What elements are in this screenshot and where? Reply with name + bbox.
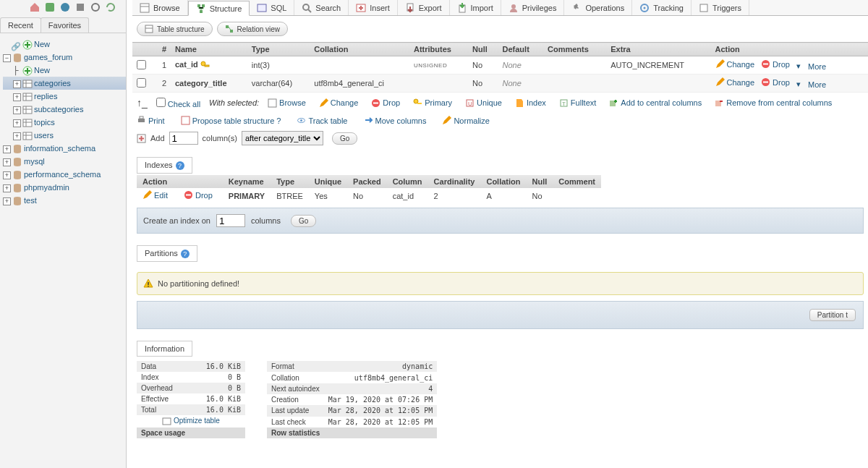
optimize-table-link[interactable]: Optimize table bbox=[174, 417, 220, 425]
row-checkbox[interactable] bbox=[137, 60, 146, 69]
expand-icon[interactable]: + bbox=[3, 145, 11, 153]
bulk-add-central[interactable]: Add to central columns bbox=[609, 98, 702, 108]
bulk-fulltext[interactable]: TFulltext bbox=[559, 98, 596, 108]
normalize-link[interactable]: Normalize bbox=[442, 116, 490, 125]
create-index-cols-input[interactable] bbox=[216, 214, 245, 227]
tree-table-topics[interactable]: +topics bbox=[3, 116, 126, 129]
primary-key-icon bbox=[200, 61, 210, 70]
tab-structure[interactable]: Structure bbox=[188, 1, 250, 16]
change-link[interactable]: Change bbox=[715, 59, 755, 69]
tab-operations[interactable]: Operations bbox=[564, 0, 632, 15]
tab-privileges[interactable]: Privileges bbox=[501, 0, 565, 15]
sql-icon[interactable] bbox=[75, 1, 86, 13]
bulk-browse[interactable]: Browse bbox=[268, 98, 306, 108]
tools-row: Print Propose table structure ? Track ta… bbox=[132, 113, 868, 128]
svg-rect-44 bbox=[226, 25, 229, 28]
tab-triggers[interactable]: Triggers bbox=[692, 0, 749, 15]
tree-db-games-forum[interactable]: −games_forum bbox=[3, 51, 126, 64]
tree-db-phpmyadmin[interactable]: +phpmyadmin bbox=[3, 181, 126, 194]
change-link[interactable]: Change bbox=[715, 77, 755, 87]
tree-db-mysql[interactable]: +mysql bbox=[3, 155, 126, 168]
tree-new-db[interactable]: 🔗New bbox=[3, 38, 126, 51]
eye-icon bbox=[297, 116, 306, 125]
row-checkbox[interactable] bbox=[137, 78, 146, 88]
column-row: 1 cat_id int(3) UNSIGNED No None AUTO_IN… bbox=[132, 56, 868, 75]
tab-import[interactable]: Import bbox=[450, 0, 501, 15]
tree-db-performance-schema[interactable]: +performance_schema bbox=[3, 168, 126, 181]
table-icon bbox=[22, 92, 33, 102]
reload-icon[interactable] bbox=[105, 1, 116, 13]
index-row: Edit Drop PRIMARY BTREE Yes No cat_id 2 … bbox=[137, 188, 601, 203]
expand-icon[interactable]: + bbox=[3, 197, 11, 205]
svg-rect-27 bbox=[140, 4, 149, 12]
partition-table-button[interactable]: Partition t bbox=[809, 309, 856, 321]
expand-icon[interactable]: + bbox=[13, 119, 21, 127]
drop-link[interactable]: Drop bbox=[761, 77, 790, 87]
col-comments bbox=[543, 75, 606, 93]
bulk-drop[interactable]: Drop bbox=[371, 98, 400, 108]
tree-table-users[interactable]: +users bbox=[3, 129, 126, 142]
collapse-icon[interactable]: − bbox=[3, 54, 11, 62]
expand-icon[interactable]: + bbox=[13, 132, 21, 140]
expand-icon[interactable]: + bbox=[3, 184, 11, 192]
tab-insert[interactable]: Insert bbox=[349, 0, 398, 15]
tab-browse[interactable]: Browse bbox=[132, 0, 188, 15]
bulk-unique[interactable]: UUnique bbox=[465, 98, 502, 108]
more-link[interactable]: ▾More bbox=[796, 61, 826, 71]
tab-search[interactable]: Search bbox=[294, 0, 349, 15]
add-go-button[interactable]: Go bbox=[332, 132, 357, 145]
tab-export[interactable]: Export bbox=[398, 0, 450, 15]
expand-icon[interactable]: + bbox=[3, 158, 11, 166]
sidebar-tab-favorites[interactable]: Favorites bbox=[41, 17, 89, 33]
track-link[interactable]: Track table bbox=[297, 116, 347, 125]
idx-edit[interactable]: Edit bbox=[142, 190, 168, 200]
col-num: 2 bbox=[150, 75, 171, 93]
tree-table-categories[interactable]: +categories bbox=[3, 77, 126, 90]
propose-link[interactable]: Propose table structure ? bbox=[181, 116, 281, 125]
print-icon bbox=[137, 116, 146, 125]
help-icon[interactable]: ? bbox=[276, 116, 281, 125]
tab-sql[interactable]: SQL bbox=[250, 0, 294, 15]
expand-icon[interactable]: + bbox=[13, 93, 21, 101]
move-icon bbox=[364, 116, 373, 125]
help-icon[interactable]: ? bbox=[176, 161, 184, 170]
tree-db-information-schema[interactable]: +information_schema bbox=[3, 142, 126, 155]
expand-icon[interactable]: + bbox=[3, 171, 11, 179]
sidebar-tab-recent[interactable]: Recent bbox=[0, 17, 41, 33]
tree-new-table[interactable]: ├New bbox=[3, 64, 126, 77]
check-all[interactable]: Check all bbox=[156, 98, 200, 109]
svg-rect-16 bbox=[23, 119, 32, 127]
tree-db-test[interactable]: +test bbox=[3, 194, 126, 207]
tab-tracking[interactable]: Tracking bbox=[632, 0, 692, 15]
create-index-go-button[interactable]: Go bbox=[291, 215, 316, 227]
bulk-primary[interactable]: Primary bbox=[413, 98, 452, 108]
optimize-icon bbox=[162, 417, 171, 426]
new-icon bbox=[22, 66, 33, 76]
tree-table-replies[interactable]: +replies bbox=[3, 90, 126, 103]
expand-icon[interactable]: + bbox=[13, 106, 21, 114]
home-icon[interactable] bbox=[29, 1, 41, 13]
add-position-select[interactable]: after category_title bbox=[242, 131, 323, 145]
drop-link[interactable]: Drop bbox=[761, 59, 790, 69]
idx-drop[interactable]: Drop bbox=[184, 190, 213, 200]
bulk-index[interactable]: Index bbox=[515, 98, 546, 108]
col-collation bbox=[310, 56, 409, 75]
svg-rect-52 bbox=[763, 82, 768, 83]
svg-point-68 bbox=[300, 119, 302, 122]
more-link[interactable]: ▾More bbox=[796, 80, 826, 89]
bulk-change[interactable]: Change bbox=[319, 98, 359, 108]
help-icon[interactable]: ? bbox=[181, 250, 190, 258]
subtab-table-structure[interactable]: Table structure bbox=[137, 22, 213, 36]
tree-table-subcategories[interactable]: +subcategories bbox=[3, 103, 126, 116]
settings-icon[interactable] bbox=[90, 1, 101, 13]
add-count-input[interactable] bbox=[169, 132, 198, 145]
subtab-relation-view[interactable]: Relation view bbox=[217, 22, 288, 36]
move-columns-link[interactable]: Move columns bbox=[364, 116, 427, 125]
print-link[interactable]: Print bbox=[137, 116, 165, 125]
top-tabs: Browse Structure SQL Search Insert Expor… bbox=[132, 0, 868, 16]
logout-icon[interactable] bbox=[44, 1, 56, 13]
bulk-remove-central[interactable]: Remove from central columns bbox=[715, 98, 832, 108]
expand-icon[interactable]: + bbox=[13, 80, 21, 88]
docs-icon[interactable] bbox=[59, 1, 71, 13]
th-name[interactable]: Name bbox=[171, 43, 247, 56]
